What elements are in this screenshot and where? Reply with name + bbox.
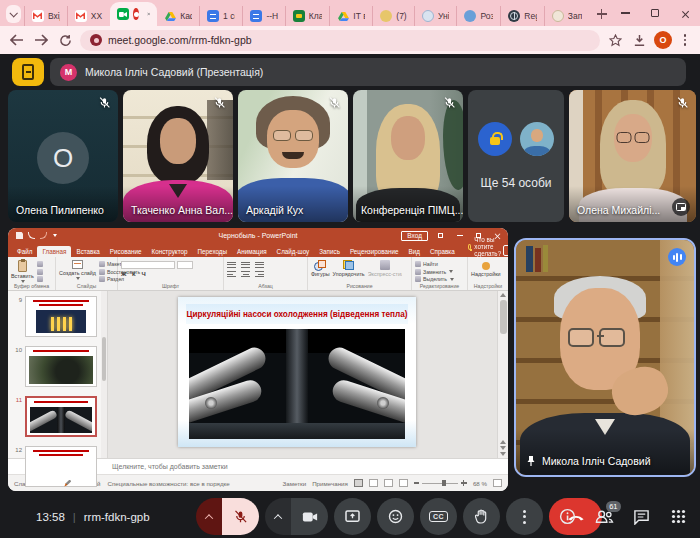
tab-drive-it[interactable]: ІТ в н [329, 6, 372, 26]
numbering-icon[interactable] [241, 262, 250, 269]
camera-toggle-button[interactable] [291, 498, 328, 535]
powerpoint-window[interactable]: Чернобыль - PowerPoint Вход Файл Главная… [8, 228, 508, 491]
replace-button[interactable]: Заменить [415, 269, 454, 275]
tab-invite[interactable]: Запро [544, 6, 589, 26]
camera-options-button[interactable] [265, 498, 291, 535]
align-right-icon[interactable] [255, 271, 264, 278]
thumbnail-slide-10[interactable]: 10 [12, 346, 105, 387]
slide-sorter-view-button[interactable] [369, 479, 378, 487]
reload-button[interactable] [56, 31, 74, 49]
captions-button[interactable]: CC [420, 498, 457, 535]
slideshow-view-button[interactable] [399, 479, 408, 487]
thumbnail-scrollbar[interactable] [101, 291, 107, 458]
tab-meet-active[interactable] [110, 2, 157, 26]
paste-button[interactable]: Вставить [11, 259, 34, 283]
copy-icon[interactable] [37, 269, 43, 275]
notes-toggle[interactable]: Заметки [282, 480, 306, 487]
activities-button[interactable] [668, 507, 688, 527]
meeting-details-button[interactable] [557, 507, 577, 527]
speaker-video-tile[interactable]: Микола Ілліч Садовий [514, 238, 696, 477]
indent-icon[interactable] [255, 262, 264, 269]
tab-search-button[interactable] [6, 5, 21, 23]
zoom-level[interactable]: 68 % [473, 480, 487, 487]
tab-drive-kaf[interactable]: Каф.І [157, 6, 199, 26]
find-button[interactable]: Найти [415, 261, 454, 267]
video-tile-participant-4[interactable]: Конференція ПІМЦ... [353, 90, 463, 222]
tab-regla[interactable]: Regla [500, 6, 544, 26]
font-name-box[interactable] [121, 261, 175, 269]
ribbon-tab-review[interactable]: Рецензирование [345, 246, 404, 258]
mic-mute-button[interactable] [222, 498, 259, 535]
browser-menu-button[interactable] [678, 31, 692, 49]
back-button[interactable] [8, 31, 26, 49]
tab-docs-nau[interactable]: --Нау [242, 6, 284, 26]
ribbon-tab-record[interactable]: Запись [314, 246, 345, 258]
tab-classroom[interactable]: Класн [285, 6, 330, 26]
video-tile-participant-2[interactable]: Ткаченко Анна Вал... [123, 90, 233, 222]
tab-gmail-inbox[interactable]: Вхідн [24, 6, 67, 26]
bullets-icon[interactable] [227, 262, 236, 269]
thumbnail-slide-12[interactable]: 12 [12, 446, 105, 487]
font-size-box[interactable] [177, 261, 193, 269]
thumbnail-slide-9[interactable]: 9 [12, 296, 105, 337]
extension-button[interactable] [12, 58, 44, 86]
url-omnibox[interactable]: meet.google.com/rrm-fdkn-gpb [80, 30, 600, 51]
ribbon-tab-help[interactable]: Справка [425, 246, 460, 258]
more-participants-tile[interactable]: Ще 54 особи [468, 90, 564, 222]
font-style-buttons[interactable]: Ж К Ч [121, 271, 193, 277]
current-slide[interactable]: Циркуляційні насоси охолодження (відведе… [178, 297, 416, 447]
comments-toggle[interactable]: Примечания [312, 480, 348, 487]
share-button[interactable]: Общий доступ [503, 245, 508, 256]
quick-styles-button[interactable]: Экспресс-стили [368, 259, 402, 277]
forward-button[interactable] [32, 31, 50, 49]
tab-mail-7[interactable]: (7) М [372, 6, 414, 26]
video-tile-participant-3[interactable]: Аркадій Кух [238, 90, 348, 222]
cut-icon[interactable] [37, 261, 43, 267]
tell-me-box[interactable]: Что вы хотите сделать? [468, 236, 504, 257]
addins-button[interactable]: Надстройки [471, 259, 501, 277]
bookmark-star-button[interactable] [606, 31, 624, 49]
tab-docs-sem[interactable]: 1 сем [199, 6, 242, 26]
ribbon-tab-design[interactable]: Конструктор [147, 246, 193, 258]
zoom-in-icon[interactable] [461, 480, 467, 486]
video-tile-participant-1[interactable]: O Олена Пилипенко [8, 90, 118, 222]
align-left-icon[interactable] [227, 271, 236, 278]
select-button[interactable]: Выделить [415, 276, 454, 282]
mic-options-button[interactable] [196, 498, 222, 535]
ribbon-tab-slideshow[interactable]: Слайд-шоу [272, 246, 315, 258]
close-window-button[interactable] [670, 0, 700, 26]
new-tab-button[interactable] [593, 5, 606, 23]
people-button[interactable]: 61 [594, 507, 614, 527]
chat-button[interactable] [631, 507, 651, 527]
ribbon-tab-draw[interactable]: Рисование [105, 246, 147, 258]
tab-schedule[interactable]: Розкл [456, 6, 500, 26]
maximize-button[interactable] [640, 0, 670, 26]
zoom-slider[interactable] [414, 480, 467, 486]
ribbon-tab-view[interactable]: Вид [404, 246, 425, 258]
ribbon-tab-transitions[interactable]: Переходы [192, 246, 232, 258]
minimize-button[interactable] [610, 0, 640, 26]
ribbon-tab-insert[interactable]: Вставка [71, 246, 104, 258]
raise-hand-button[interactable] [463, 498, 500, 535]
format-painter-icon[interactable] [37, 276, 43, 282]
reading-view-button[interactable] [384, 479, 393, 487]
arrange-button[interactable]: Упорядочить [333, 259, 365, 277]
fit-to-window-button[interactable] [493, 479, 502, 487]
reactions-button[interactable] [377, 498, 414, 535]
download-button[interactable] [630, 31, 648, 49]
picture-in-picture-button[interactable] [672, 198, 690, 216]
profile-avatar[interactable]: O [654, 31, 672, 49]
slide-scrollbar[interactable] [497, 291, 508, 458]
close-tab-icon[interactable] [147, 10, 151, 18]
thumbnail-slide-11-selected[interactable]: 11 [12, 396, 105, 437]
slide-thumbnail-panel[interactable]: 9 10 11 12 [8, 291, 108, 458]
tab-university[interactable]: Уніве [414, 6, 456, 26]
ribbon-tab-animations[interactable]: Анимация [232, 246, 272, 258]
tab-gmail-letter[interactable]: XX ко [67, 6, 111, 26]
ribbon-tab-file[interactable]: Файл [12, 246, 37, 258]
align-center-icon[interactable] [241, 271, 250, 278]
present-screen-button[interactable] [334, 498, 371, 535]
zoom-out-icon[interactable] [414, 482, 419, 483]
video-tile-participant-6[interactable]: Олена Михайлі... [569, 90, 696, 222]
new-slide-button[interactable]: Создать слайд [59, 259, 96, 280]
